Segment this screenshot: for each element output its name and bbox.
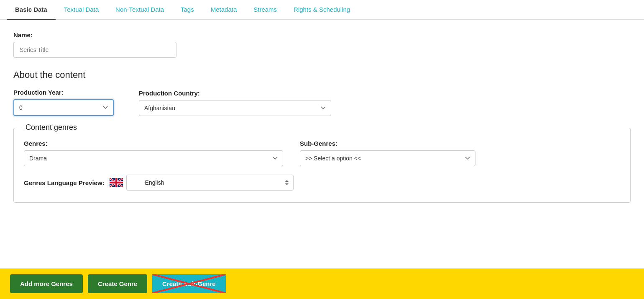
about-heading: About the content (13, 70, 631, 80)
production-year-group: Production Year: 0 (13, 89, 114, 116)
language-select[interactable]: English (126, 175, 294, 191)
tab-non-textual-data[interactable]: Non-Textual Data (107, 0, 172, 20)
tab-metadata[interactable]: Metadata (202, 0, 245, 20)
production-country-select[interactable]: Afghanistan (139, 100, 331, 116)
tab-tags[interactable]: Tags (172, 0, 202, 20)
main-content: Name: About the content Production Year:… (0, 20, 644, 214)
production-year-label: Production Year: (13, 89, 114, 96)
content-genres-box: Content genres Genres: Drama Sub-Genres:… (13, 128, 631, 203)
tab-textual-data[interactable]: Textual Data (56, 0, 107, 20)
content-genres-legend: Content genres (22, 123, 80, 132)
name-input[interactable] (13, 42, 176, 58)
name-label: Name: (13, 31, 631, 39)
production-year-select[interactable]: 0 (13, 99, 114, 116)
genres-language-preview-label: Genres Language Preview: (24, 179, 105, 186)
production-country-label: Production Country: (139, 90, 331, 97)
tab-bar: Basic Data Textual Data Non-Textual Data… (0, 0, 644, 20)
tab-basic-data[interactable]: Basic Data (7, 0, 56, 20)
genres-row: Genres: Drama Sub-Genres: >> Select a op… (24, 140, 620, 166)
sub-genres-select[interactable]: >> Select a option << (300, 150, 475, 166)
tab-streams[interactable]: Streams (245, 0, 285, 20)
production-country-group: Production Country: Afghanistan (139, 90, 331, 116)
genres-column: Genres: Drama (24, 140, 283, 166)
genres-label: Genres: (24, 140, 283, 147)
sub-genres-label: Sub-Genres: (300, 140, 475, 147)
genres-select[interactable]: Drama (24, 150, 283, 166)
uk-flag-icon (110, 178, 123, 187)
tab-rights-scheduling[interactable]: Rights & Scheduling (285, 0, 358, 20)
production-fields-row: Production Year: 0 Production Country: A… (13, 89, 631, 116)
sub-genres-column: Sub-Genres: >> Select a option << (300, 140, 475, 166)
language-select-wrapper: English (126, 175, 294, 191)
genres-language-preview-row: Genres Language Preview: English (24, 175, 620, 191)
